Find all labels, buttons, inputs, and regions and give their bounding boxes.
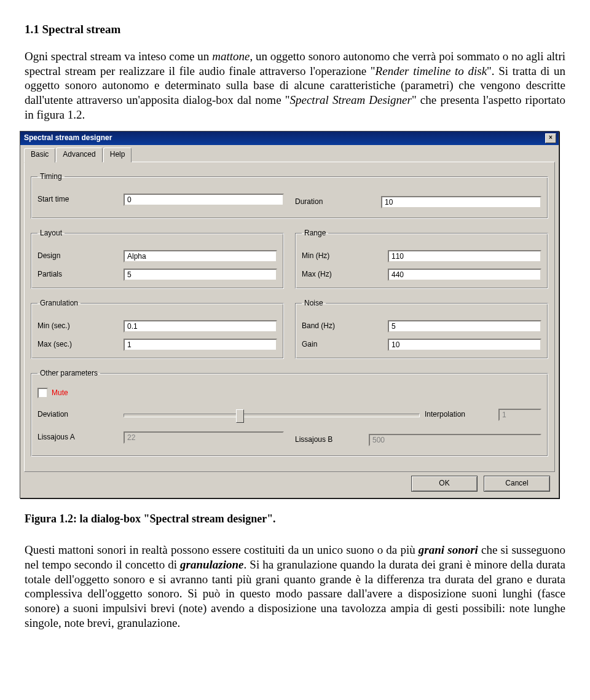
p1-f: Spectral Stream Designer [290,93,412,106]
input-gain[interactable] [388,339,541,351]
paragraph-1: Ogni spectral stream va inteso come un m… [25,49,565,122]
input-duration[interactable] [381,196,541,208]
label-gain: Gain [302,340,388,349]
paragraph-2: Questi mattoni sonori in realtà possono … [25,543,565,631]
tab-help[interactable]: Help [103,147,132,162]
label-max-sec: Max (sec.) [37,340,124,349]
cancel-button[interactable]: Cancel [484,476,550,492]
p1-b: mattone [212,50,250,63]
p1-a: Ogni spectral stream va inteso come un [25,50,212,63]
input-partials[interactable] [124,269,277,281]
label-duration: Duration [295,197,381,206]
tab-strip: Basic Advanced Help [24,147,555,162]
label-min-sec: Min (sec.) [37,321,124,331]
label-min-hz: Min (Hz) [302,251,388,261]
group-noise: Noise Band (Hz) Gain [295,299,548,359]
input-max-sec[interactable] [124,339,277,351]
input-lissajous-b [369,434,541,446]
input-start-time[interactable] [124,194,284,206]
window-title: Spectral stream designer [24,133,112,143]
section-heading: 1.1 Spectral stream [25,22,565,37]
input-min-sec[interactable] [124,320,277,332]
figure-caption: Figura 1.2: la dialog-box "Spectral stre… [25,512,565,526]
p2-b: grani sonori [419,543,478,556]
dialog-screenshot: Spectral stream designer × Basic Advance… [20,131,565,498]
label-max-hz: Max (Hz) [302,270,388,279]
label-design: Design [37,251,124,261]
p1-d: Render timeline to disk [376,65,487,77]
group-other: Other parameters Mute Deviation Interpol… [31,369,548,457]
group-range: Range Min (Hz) Max (Hz) [295,229,548,289]
close-icon[interactable]: × [545,133,556,143]
input-lissajous-a [124,431,284,444]
input-max-hz[interactable] [388,269,541,281]
group-range-legend: Range [302,229,328,238]
group-timing-legend: Timing [37,172,65,181]
p2-d: granulazione [180,558,243,571]
slider-deviation[interactable] [124,408,420,422]
group-noise-legend: Noise [302,299,326,308]
p2-a: Questi mattoni sonori in realtà possono … [25,543,419,556]
label-deviation: Deviation [37,410,124,419]
slider-groove [124,414,420,417]
label-start-time: Start time [37,195,124,204]
titlebar[interactable]: Spectral stream designer × [20,132,559,145]
checkbox-mute[interactable] [37,388,48,398]
group-layout: Layout Design Partials [31,229,284,289]
input-min-hz[interactable] [388,250,541,262]
tab-advanced[interactable]: Advanced [56,147,102,162]
label-lissajous-a: Lissajous A [37,433,124,442]
ok-button[interactable]: OK [411,476,478,492]
group-granulation: Granulation Min (sec.) Max (sec.) [31,299,284,359]
input-band-hz[interactable] [388,320,541,332]
label-lissajous-b: Lissajous B [295,435,369,444]
label-band-hz: Band (Hz) [302,321,388,331]
slider-thumb-icon[interactable] [236,409,244,423]
group-timing: Timing Start time Duration [31,172,548,219]
input-design[interactable] [124,250,277,262]
label-interpolation: Interpolation [420,410,498,419]
display-interpolation: 1 [498,409,541,421]
label-mute: Mute [52,388,68,398]
tab-panel-basic: Timing Start time Duration [24,162,555,472]
tab-basic[interactable]: Basic [24,148,55,163]
spectral-stream-designer-dialog: Spectral stream designer × Basic Advance… [20,131,559,498]
group-layout-legend: Layout [37,229,65,238]
label-partials: Partials [37,270,124,279]
group-other-legend: Other parameters [37,369,100,378]
group-granulation-legend: Granulation [37,299,81,308]
